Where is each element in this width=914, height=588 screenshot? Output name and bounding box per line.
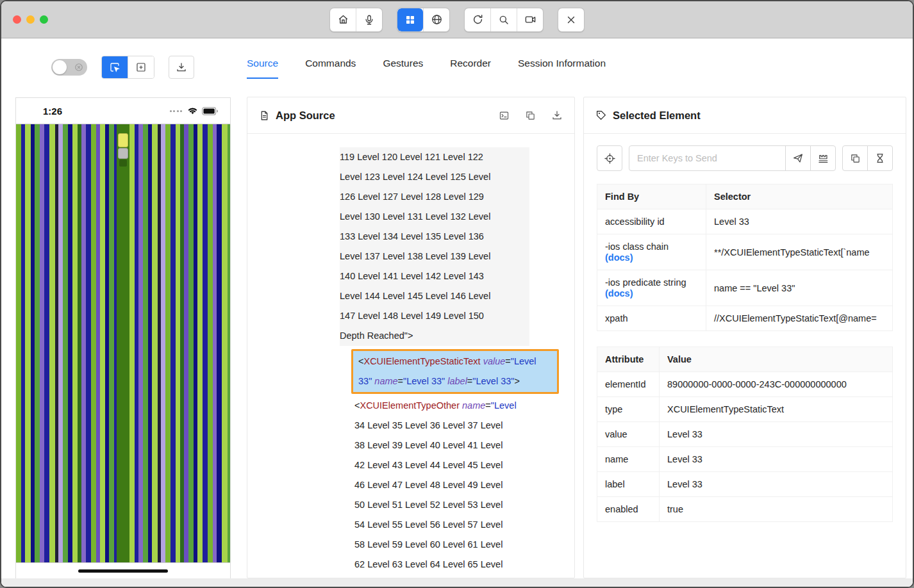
selector-value: name == "Level 33" xyxy=(706,276,892,300)
clear-button[interactable] xyxy=(810,145,836,171)
screenshot-stripe xyxy=(188,124,194,562)
attribute-row: nameLevel 33 xyxy=(597,446,892,471)
copy-source-button[interactable] xyxy=(525,110,536,121)
screenshot-stripe xyxy=(170,124,176,562)
toolbar-group xyxy=(558,8,585,32)
source-text-line: Level 144 Level 145 Level 146 Level xyxy=(340,286,529,306)
source-panel-title: App Source xyxy=(276,110,335,122)
toolbar-group xyxy=(329,8,383,32)
tab-session-information[interactable]: Session Information xyxy=(518,58,606,79)
status-icons xyxy=(170,106,219,117)
window-footer xyxy=(1,578,913,587)
tap-by-coordinates-icon xyxy=(135,61,147,73)
find-by-row: accessibility idLevel 33 xyxy=(597,209,892,234)
search-button[interactable] xyxy=(490,8,517,31)
element-highlight-toggle[interactable] xyxy=(51,59,87,76)
attribute-row: elementId89000000-0000-0000-243C-0000000… xyxy=(597,372,892,396)
attribute-value: Level 33 xyxy=(660,447,892,471)
file-icon xyxy=(259,110,270,121)
source-text-line: 50 Level 51 Level 52 Level 53 Level xyxy=(354,495,547,515)
screenshot-stripe xyxy=(109,124,114,562)
device-status-bar: 1:26 xyxy=(16,98,230,124)
find-by-strategy: accessibility id xyxy=(597,209,706,234)
attributes-table: AttributeValueelementId89000000-0000-000… xyxy=(597,347,893,522)
close-button[interactable] xyxy=(558,8,584,31)
docs-link[interactable]: (docs) xyxy=(605,288,698,298)
toolbar-group xyxy=(464,8,544,32)
tab-gestures[interactable]: Gestures xyxy=(383,58,423,79)
screenshot-stripe xyxy=(100,124,105,562)
select-elements-icon xyxy=(109,61,120,73)
video-camera-button[interactable] xyxy=(517,8,543,31)
grid-button[interactable] xyxy=(397,8,423,31)
attribute-value: XCUIElementTypeStaticText xyxy=(660,397,892,421)
screenshot-stripe xyxy=(25,124,31,562)
refresh-button[interactable] xyxy=(465,8,490,31)
source-text-line: 46 Level 47 Level 48 Level 49 Level xyxy=(354,475,547,495)
selector-value: Level 33 xyxy=(706,209,892,234)
screenshot-stripe xyxy=(40,124,44,562)
close-window-button[interactable] xyxy=(13,15,21,24)
tag-icon xyxy=(595,110,607,121)
source-tree: 119 Level 120 Level 121 Level 122Level 1… xyxy=(247,134,574,575)
tab-commands[interactable]: Commands xyxy=(305,58,356,79)
source-selected-element[interactable]: <XCUIElementTypeStaticText value="Level … xyxy=(351,349,559,394)
attribute-name: enabled xyxy=(597,497,660,521)
select-elements-button[interactable] xyxy=(102,56,128,78)
source-text-line: Level 137 Level 138 Level 139 Level xyxy=(340,247,529,266)
keys-input[interactable] xyxy=(629,145,786,171)
home-indicator xyxy=(78,569,168,573)
player-cap xyxy=(119,159,127,167)
home-button[interactable] xyxy=(330,8,356,31)
minimize-window-button[interactable] xyxy=(26,15,35,24)
attribute-header-row: AttributeValue xyxy=(597,347,892,372)
utility-buttons xyxy=(842,145,893,171)
tap-element-button[interactable] xyxy=(597,145,622,171)
player-body xyxy=(118,148,128,159)
docs-link[interactable]: (docs) xyxy=(605,252,698,263)
screenshot-stripe xyxy=(143,124,148,562)
copy-attributes-button[interactable] xyxy=(842,145,868,171)
download-icon xyxy=(176,61,187,73)
microphone-button[interactable] xyxy=(356,8,382,31)
source-text-line: 119 Level 120 Level 121 Level 122 xyxy=(340,147,529,167)
screenshot-stripe xyxy=(176,124,181,562)
copy-icon xyxy=(525,110,536,121)
screenshot-stripe xyxy=(208,124,213,562)
download-source-button[interactable] xyxy=(551,110,563,121)
globe-button[interactable] xyxy=(423,8,449,31)
find-by-table: Find BySelectoraccessibility idLevel 33-… xyxy=(597,184,893,331)
screenshot-stripe xyxy=(16,124,21,562)
attribute-name: value xyxy=(597,422,660,446)
titlebar xyxy=(1,1,913,38)
screenshot-stripe xyxy=(228,124,230,562)
download-screenshot-button[interactable] xyxy=(169,56,194,79)
device-screen-mirror[interactable]: 1:26 xyxy=(15,97,231,579)
device-screenshot[interactable] xyxy=(16,124,230,563)
source-panel-header: App Source xyxy=(247,97,574,134)
screenshot-stripe xyxy=(68,124,73,562)
zoom-window-button[interactable] xyxy=(40,15,48,24)
send-keys-button[interactable] xyxy=(785,145,811,171)
get-timing-button[interactable] xyxy=(867,145,893,171)
screenshot-stripe xyxy=(197,124,203,562)
tab-source[interactable]: Source xyxy=(247,58,278,79)
source-panel: App Source 119 Level 120 Level 121 Level… xyxy=(247,97,575,578)
screenshot-stripe xyxy=(161,124,165,562)
source-text-line: Level 123 Level 124 Level 125 Level xyxy=(340,167,529,187)
attribute-row: labelLevel 33 xyxy=(597,471,892,496)
source-sibling-element[interactable]: <XCUIElementTypeOther name="Level34 Leve… xyxy=(354,396,547,575)
source-panel-actions xyxy=(499,110,563,121)
tap-by-coordinates-button[interactable] xyxy=(128,56,154,78)
source-text-line: 42 Level 43 Level 44 Level 45 Level xyxy=(354,455,547,475)
screenshot-stripe xyxy=(217,124,222,562)
toggle-knob xyxy=(53,60,67,74)
source-parent-element-text[interactable]: 119 Level 120 Level 121 Level 122Level 1… xyxy=(340,147,529,346)
selector-value: **/XCUIElementTypeStaticText[`name xyxy=(706,240,892,265)
tab-recorder[interactable]: Recorder xyxy=(450,58,491,79)
attribute-value: Level 33 xyxy=(660,422,892,446)
screenshot-stripe xyxy=(222,124,228,562)
console-icon xyxy=(499,110,510,121)
source-text-line: 62 Level 63 Level 64 Level 65 Level xyxy=(354,555,547,575)
console-source-button[interactable] xyxy=(499,110,510,121)
